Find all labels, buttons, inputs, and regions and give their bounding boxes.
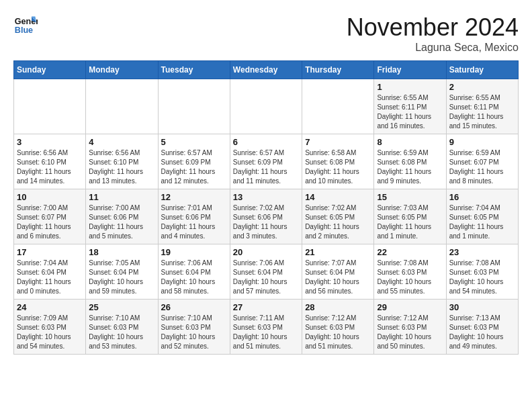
day-number: 10 — [17, 192, 83, 202]
day-number: 20 — [233, 247, 299, 257]
day-number: 18 — [89, 247, 154, 257]
day-number: 17 — [17, 247, 83, 257]
day-info: Sunrise: 7:02 AM Sunset: 6:06 PM Dayligh… — [233, 203, 299, 241]
day-info: Sunrise: 7:03 AM Sunset: 6:05 PM Dayligh… — [377, 203, 443, 241]
calendar-cell: 28Sunrise: 7:12 AM Sunset: 6:03 PM Dayli… — [302, 300, 374, 355]
day-info: Sunrise: 6:56 AM Sunset: 6:10 PM Dayligh… — [17, 148, 83, 186]
day-info: Sunrise: 7:04 AM Sunset: 6:04 PM Dayligh… — [17, 259, 83, 296]
calendar-week-1: 1Sunrise: 6:55 AM Sunset: 6:11 PM Daylig… — [14, 79, 519, 134]
calendar-cell: 5Sunrise: 6:57 AM Sunset: 6:09 PM Daylig… — [158, 134, 230, 189]
day-info: Sunrise: 7:06 AM Sunset: 6:04 PM Dayligh… — [161, 259, 227, 296]
day-number: 27 — [233, 302, 299, 312]
day-number: 25 — [89, 302, 154, 312]
calendar-cell: 26Sunrise: 7:10 AM Sunset: 6:03 PM Dayli… — [158, 300, 230, 355]
day-number: 23 — [449, 247, 515, 257]
day-number: 26 — [161, 302, 227, 312]
calendar-table: SundayMondayTuesdayWednesdayThursdayFrid… — [13, 60, 519, 355]
calendar-cell: 22Sunrise: 7:08 AM Sunset: 6:03 PM Dayli… — [374, 244, 446, 300]
day-number: 28 — [305, 302, 371, 312]
day-number: 9 — [449, 137, 515, 147]
calendar-cell — [158, 79, 230, 134]
day-number: 12 — [161, 192, 227, 202]
title-area: November 2024 Laguna Seca, Mexico — [347, 13, 519, 54]
calendar-week-2: 3Sunrise: 6:56 AM Sunset: 6:10 PM Daylig… — [14, 134, 519, 189]
day-info: Sunrise: 7:05 AM Sunset: 6:04 PM Dayligh… — [89, 259, 154, 296]
day-info: Sunrise: 7:02 AM Sunset: 6:05 PM Dayligh… — [305, 203, 371, 241]
day-number: 15 — [377, 192, 443, 202]
calendar-cell — [14, 79, 86, 134]
calendar-cell: 30Sunrise: 7:13 AM Sunset: 6:03 PM Dayli… — [446, 300, 518, 355]
calendar-cell: 20Sunrise: 7:06 AM Sunset: 6:04 PM Dayli… — [230, 244, 302, 300]
day-info: Sunrise: 6:57 AM Sunset: 6:09 PM Dayligh… — [161, 148, 227, 186]
day-number: 3 — [17, 137, 83, 147]
calendar-week-3: 10Sunrise: 7:00 AM Sunset: 6:07 PM Dayli… — [14, 189, 519, 244]
weekday-header-tuesday: Tuesday — [158, 61, 230, 79]
day-info: Sunrise: 7:06 AM Sunset: 6:04 PM Dayligh… — [233, 259, 299, 296]
day-info: Sunrise: 7:11 AM Sunset: 6:03 PM Dayligh… — [233, 314, 299, 351]
weekday-header-wednesday: Wednesday — [230, 61, 302, 79]
day-number: 21 — [305, 247, 371, 257]
day-number: 30 — [449, 302, 515, 312]
day-number: 13 — [233, 192, 299, 202]
calendar-cell: 23Sunrise: 7:08 AM Sunset: 6:03 PM Dayli… — [446, 244, 518, 300]
calendar-cell: 7Sunrise: 6:58 AM Sunset: 6:08 PM Daylig… — [302, 134, 374, 189]
calendar-cell — [86, 79, 158, 134]
calendar-cell: 11Sunrise: 7:00 AM Sunset: 6:06 PM Dayli… — [86, 189, 158, 244]
day-number: 2 — [449, 82, 515, 92]
logo-icon: General Blue — [13, 13, 38, 38]
calendar-cell: 27Sunrise: 7:11 AM Sunset: 6:03 PM Dayli… — [230, 300, 302, 355]
logo: General Blue — [13, 13, 38, 38]
day-info: Sunrise: 7:10 AM Sunset: 6:03 PM Dayligh… — [89, 314, 154, 351]
weekday-header-sunday: Sunday — [14, 61, 86, 79]
calendar-cell: 16Sunrise: 7:04 AM Sunset: 6:05 PM Dayli… — [446, 189, 518, 244]
day-info: Sunrise: 7:09 AM Sunset: 6:03 PM Dayligh… — [17, 314, 83, 351]
day-info: Sunrise: 7:04 AM Sunset: 6:05 PM Dayligh… — [449, 203, 515, 241]
calendar-cell: 19Sunrise: 7:06 AM Sunset: 6:04 PM Dayli… — [158, 244, 230, 300]
day-info: Sunrise: 7:13 AM Sunset: 6:03 PM Dayligh… — [449, 314, 515, 351]
calendar-cell: 29Sunrise: 7:12 AM Sunset: 6:03 PM Dayli… — [374, 300, 446, 355]
day-info: Sunrise: 6:55 AM Sunset: 6:11 PM Dayligh… — [377, 93, 443, 131]
day-number: 4 — [89, 137, 154, 147]
header: General Blue November 2024 Laguna Seca, … — [13, 13, 519, 54]
calendar-cell: 4Sunrise: 6:56 AM Sunset: 6:10 PM Daylig… — [86, 134, 158, 189]
calendar-cell: 24Sunrise: 7:09 AM Sunset: 6:03 PM Dayli… — [14, 300, 86, 355]
day-info: Sunrise: 7:08 AM Sunset: 6:03 PM Dayligh… — [377, 259, 443, 296]
calendar-cell: 25Sunrise: 7:10 AM Sunset: 6:03 PM Dayli… — [86, 300, 158, 355]
day-number: 8 — [377, 137, 443, 147]
day-info: Sunrise: 7:12 AM Sunset: 6:03 PM Dayligh… — [377, 314, 443, 351]
calendar-week-5: 24Sunrise: 7:09 AM Sunset: 6:03 PM Dayli… — [14, 300, 519, 355]
day-number: 14 — [305, 192, 371, 202]
day-info: Sunrise: 6:58 AM Sunset: 6:08 PM Dayligh… — [305, 148, 371, 186]
day-number: 29 — [377, 302, 443, 312]
day-info: Sunrise: 7:00 AM Sunset: 6:07 PM Dayligh… — [17, 203, 83, 241]
calendar-cell — [230, 79, 302, 134]
day-number: 16 — [449, 192, 515, 202]
day-info: Sunrise: 6:55 AM Sunset: 6:11 PM Dayligh… — [449, 93, 515, 131]
day-info: Sunrise: 7:12 AM Sunset: 6:03 PM Dayligh… — [305, 314, 371, 351]
day-number: 7 — [305, 137, 371, 147]
day-info: Sunrise: 7:00 AM Sunset: 6:06 PM Dayligh… — [89, 203, 154, 241]
day-info: Sunrise: 6:59 AM Sunset: 6:08 PM Dayligh… — [377, 148, 443, 186]
calendar-cell: 21Sunrise: 7:07 AM Sunset: 6:04 PM Dayli… — [302, 244, 374, 300]
day-number: 11 — [89, 192, 154, 202]
location-title: Laguna Seca, Mexico — [347, 42, 519, 54]
day-number: 5 — [161, 137, 227, 147]
calendar-week-4: 17Sunrise: 7:04 AM Sunset: 6:04 PM Dayli… — [14, 244, 519, 300]
calendar-cell — [302, 79, 374, 134]
day-number: 1 — [377, 82, 443, 92]
day-info: Sunrise: 6:59 AM Sunset: 6:07 PM Dayligh… — [449, 148, 515, 186]
day-number: 22 — [377, 247, 443, 257]
day-number: 24 — [17, 302, 83, 312]
calendar-cell: 12Sunrise: 7:01 AM Sunset: 6:06 PM Dayli… — [158, 189, 230, 244]
day-info: Sunrise: 7:08 AM Sunset: 6:03 PM Dayligh… — [449, 259, 515, 296]
weekday-header-friday: Friday — [374, 61, 446, 79]
calendar-cell: 14Sunrise: 7:02 AM Sunset: 6:05 PM Dayli… — [302, 189, 374, 244]
calendar-cell: 9Sunrise: 6:59 AM Sunset: 6:07 PM Daylig… — [446, 134, 518, 189]
day-info: Sunrise: 6:56 AM Sunset: 6:10 PM Dayligh… — [89, 148, 154, 186]
calendar-cell: 15Sunrise: 7:03 AM Sunset: 6:05 PM Dayli… — [374, 189, 446, 244]
calendar-cell: 6Sunrise: 6:57 AM Sunset: 6:09 PM Daylig… — [230, 134, 302, 189]
calendar-cell: 17Sunrise: 7:04 AM Sunset: 6:04 PM Dayli… — [14, 244, 86, 300]
svg-text:Blue: Blue — [15, 26, 33, 35]
day-info: Sunrise: 7:07 AM Sunset: 6:04 PM Dayligh… — [305, 259, 371, 296]
calendar-cell: 8Sunrise: 6:59 AM Sunset: 6:08 PM Daylig… — [374, 134, 446, 189]
